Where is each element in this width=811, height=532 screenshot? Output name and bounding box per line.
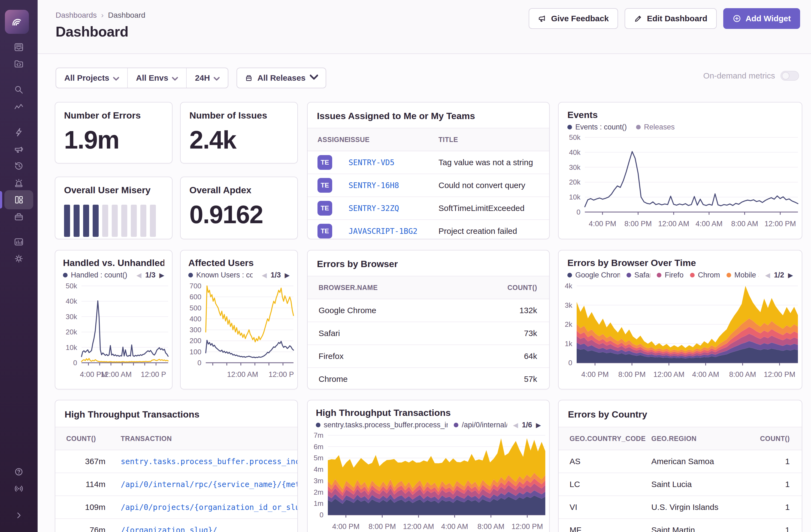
svg-text:1k: 1k [565,339,572,348]
svg-text:12:00 AM: 12:00 AM [101,370,132,379]
svg-text:4:00 AM: 4:00 AM [441,522,468,531]
widget-high-throughput-table: High Throughput Transactions COUNT() TRA… [55,400,298,532]
pager-prev-icon[interactable]: ◀ [262,271,267,279]
releases-filter[interactable]: All Releases [236,67,326,88]
give-feedback-button[interactable]: Give Feedback [529,8,618,29]
avatar: TE [318,155,332,170]
chart-legend: Known Users : cour ◀ 1/3 ▶ [188,271,290,279]
widget-title: Errors by Browser Over Time [567,258,793,268]
projects-icon[interactable] [0,56,37,73]
edit-dashboard-button[interactable]: Edit Dashboard [625,8,717,29]
ondemand-toggle[interactable] [780,71,799,81]
widget-title: Affected Users [188,258,290,268]
avatar: TE [318,201,332,216]
chart-legend: sentry.tasks.process_buffer.process_incr… [316,421,541,429]
table-row: Google Chrome132k [308,299,549,322]
lightning-icon[interactable] [0,124,37,141]
events-line-chart: 010k20k30k40k50k4:00 PM8:00 PM12:00 AM4:… [558,134,802,232]
widget-title: High Throughput Transactions [65,409,288,420]
transaction-link[interactable]: /api/0/projects/{organization_id_or_slug… [112,503,297,512]
page-title: Dashboard [56,24,128,40]
widget-number-of-errors: Number of Errors 1.9m [55,102,172,164]
issue-link[interactable]: SENTRY-VD5 [349,158,439,167]
sidebar [0,0,37,532]
collapse-sidebar-icon[interactable] [0,507,37,524]
user-misery-score-bar [64,205,163,237]
table-header: ASSIGNEE ISSUE TITLE [308,128,549,151]
issue-link[interactable]: SENTRY-32ZQ [349,204,439,213]
dashboards-icon-selected[interactable] [0,191,37,208]
user-feedback-icon[interactable] [0,141,37,157]
environment-filter[interactable]: All Envs [127,68,186,88]
pager-next-icon[interactable]: ▶ [159,271,164,279]
replays-icon[interactable] [0,157,37,174]
svg-text:4:00 PM: 4:00 PM [581,370,609,379]
svg-text:4:00 PM: 4:00 PM [332,522,360,531]
widget-title: Overall User Misery [64,185,163,195]
issues-icon[interactable] [0,39,37,56]
widget-events-chart: Events Events : count() Releases 010k20k… [558,102,802,239]
table-row[interactable]: TE SENTRY-32ZQ SoftTimeLimitExceeded [308,197,549,220]
table-row: Chrome57k [308,368,549,390]
chevron-down-icon [172,73,178,82]
breadcrumb-separator: › [101,11,104,20]
active-nav-indicator [0,191,2,209]
alerts-icon[interactable] [0,174,37,191]
sentry-logo-icon[interactable] [5,10,29,34]
pager-prev-icon[interactable]: ◀ [765,271,770,279]
transaction-link[interactable]: /api/0/internal/rpc/{service_name}/{meth… [112,480,297,489]
avatar: TE [318,178,332,193]
pager-next-icon[interactable]: ▶ [788,271,793,279]
svg-text:5m: 5m [313,454,323,462]
stats-icon[interactable] [0,233,37,250]
svg-text:3k: 3k [565,301,572,309]
performance-icon[interactable] [0,98,37,115]
svg-text:50k: 50k [569,134,581,141]
filter-bar: All Projects All Envs 24H All Releases [56,67,326,88]
svg-text:12:00 PM: 12:00 PM [764,370,795,379]
settings-gear-icon[interactable] [0,250,37,267]
svg-text:8:00 AM: 8:00 AM [731,220,758,228]
svg-text:2k: 2k [565,320,572,329]
pager-prev-icon[interactable]: ◀ [137,271,141,279]
widget-title: Errors by Country [568,409,793,420]
search-icon[interactable] [0,81,37,98]
add-widget-button[interactable]: Add Widget [723,8,800,29]
legend-dot [726,273,731,277]
table-row[interactable]: TE SENTRY-16H8 Could not convert query [308,174,549,197]
widget-title: Errors by Browser [317,259,540,269]
legend-dot [188,273,193,277]
table-header: BROWSER.NAME COUNT() [308,276,549,299]
breadcrumb-dashboards[interactable]: Dashboards [56,11,97,20]
svg-text:4:00 AM: 4:00 AM [695,220,722,228]
table-row[interactable]: TE SENTRY-VD5 Tag value was not a string [308,151,549,174]
svg-text:10k: 10k [66,344,77,352]
help-icon[interactable] [0,463,37,480]
table-row: ASAmerican Samoa1 [558,450,802,473]
svg-text:10k: 10k [569,193,581,201]
megaphone-icon [538,14,547,23]
chevron-down-icon [214,73,220,82]
legend-dot [567,273,572,277]
pager-prev-icon[interactable]: ◀ [513,421,518,429]
table-row[interactable]: TE JAVASCRIPT-1BG2 Project creation fail… [308,220,549,239]
transaction-link[interactable]: /{organization_slug}/ [112,526,297,532]
whats-new-icon[interactable] [0,480,37,497]
pager-next-icon[interactable]: ▶ [285,271,290,279]
project-filter[interactable]: All Projects [56,68,127,88]
pager-next-icon[interactable]: ▶ [536,421,541,429]
transaction-link[interactable]: sentry.tasks.process_buffer.process_incr [112,457,297,466]
svg-text:300: 300 [190,326,201,334]
table-row: LCSaint Lucia1 [558,473,802,496]
svg-text:700: 700 [190,282,201,290]
svg-text:0: 0 [198,359,201,367]
issue-link[interactable]: JAVASCRIPT-1BG2 [349,227,439,236]
table-row: Safari73k [308,322,549,345]
date-range-filter[interactable]: 24H [186,68,228,88]
svg-text:40k: 40k [66,297,77,305]
releases-icon[interactable] [0,208,37,225]
page-header: Dashboards › Dashboard Dashboard Give Fe… [37,0,811,54]
widget-title: Handled vs. Unhandled [63,258,164,268]
chart-legend: Google Chrome Safari Firefox Chrome Mobi… [567,271,793,279]
issue-link[interactable]: SENTRY-16H8 [349,181,439,190]
